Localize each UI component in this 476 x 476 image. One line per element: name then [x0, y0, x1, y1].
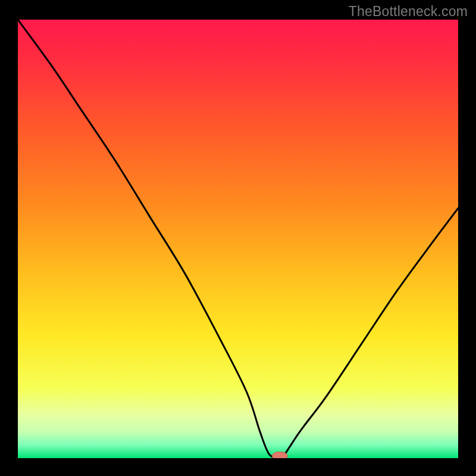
optimum-marker: [272, 452, 287, 460]
bottleneck-chart: [0, 0, 476, 476]
plot-background: [18, 20, 458, 458]
chart-frame: TheBottleneck.com: [0, 0, 476, 476]
watermark: TheBottleneck.com: [349, 4, 468, 20]
